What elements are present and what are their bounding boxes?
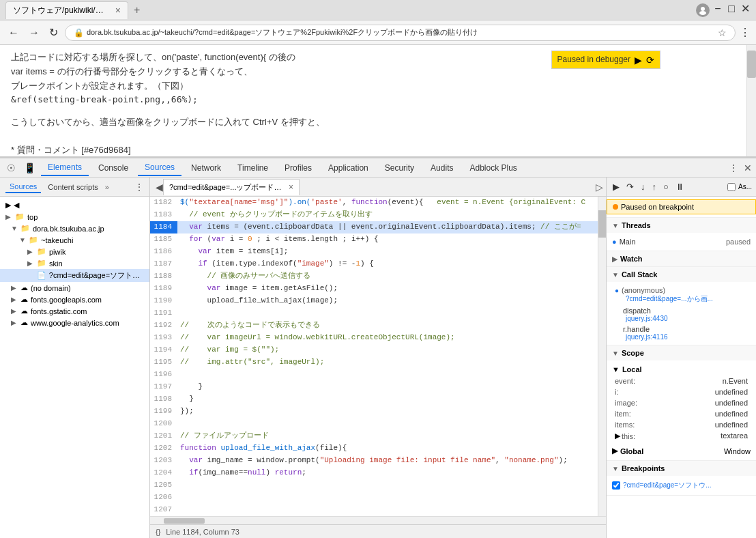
scope-this[interactable]: ▶ this: textarea <box>612 430 751 442</box>
tree-item-file[interactable]: 📄 ?cmd=edit&page=ソフトウ... <box>0 269 149 282</box>
debug-resume-btn[interactable]: ▶ <box>611 180 622 193</box>
code-line-1191: 1191 <box>150 307 598 320</box>
devtools-tab-audits[interactable]: Audits <box>424 160 460 175</box>
var-item-val: undefined <box>715 410 748 418</box>
call-stack-item-dispatch[interactable]: dispatch jquery.js:4430 <box>612 305 751 324</box>
local-scope-header[interactable]: ▼ Local <box>612 363 751 376</box>
code-tab-name: ?cmd=edit&page=...ップボードから画像の貼り付け <box>169 182 286 193</box>
devtools-tab-console[interactable]: Console <box>91 160 135 175</box>
thread-main-row: ● Main paused <box>612 236 751 248</box>
devtools-tab-sources[interactable]: Sources <box>138 160 181 176</box>
close-button[interactable]: ✕ <box>740 3 751 14</box>
back-button[interactable]: ← <box>5 25 22 40</box>
chrome-menu-button[interactable]: ⋮ <box>740 26 751 39</box>
thread-main-name: Main <box>620 238 636 246</box>
devtools-mobile-btn[interactable]: 📱 <box>21 161 38 175</box>
sources-tab-content-scripts[interactable]: Content scripts <box>44 182 102 193</box>
debug-step-into-btn[interactable]: ↓ <box>639 180 648 193</box>
debug-pause-btn[interactable]: ⏸ <box>673 180 686 193</box>
sources-sidebar-menu-btn[interactable]: ⋮ <box>134 182 144 193</box>
devtools-tab-network[interactable]: Network <box>184 160 228 175</box>
devtools-tab-security[interactable]: Security <box>378 160 421 175</box>
tree-arrow-ganalytics: ▶ <box>11 319 18 326</box>
tree-item-gstatic[interactable]: ▶ ☁ fonts.gstatic.com <box>0 305 149 317</box>
debug-step-over-btn[interactable]: ↷ <box>624 180 636 193</box>
code-vertical-scrollbar[interactable] <box>598 197 606 516</box>
tree-item-nodomain[interactable]: ▶ ☁ (no domain) <box>0 282 149 294</box>
tree-item-skin[interactable]: ▶ 📁 skin <box>0 257 149 269</box>
new-tab-button[interactable]: + <box>130 3 144 18</box>
bookmark-button[interactable]: ☆ <box>718 27 727 38</box>
code-line-1196: 1196 <box>150 369 598 381</box>
tree-item-googleapis[interactable]: ▶ ☁ fonts.googleapis.com <box>0 294 149 305</box>
address-bar: ← → ↻ 🔒 dora.bk.tsukuba.ac.jp/~takeuchi/… <box>0 20 756 45</box>
sources-tab-more[interactable]: » <box>105 183 109 191</box>
debugger-resume-btn[interactable]: ▶ <box>635 55 642 66</box>
watch-header[interactable]: ▶ Watch <box>607 251 756 266</box>
code-line-1202: 1202 function upload_file_with_ajax(file… <box>150 442 598 455</box>
code-line-1201: 1201 // ファイルアップロード <box>150 430 598 442</box>
tree-item-google-analytics[interactable]: ▶ ☁ www.google-analytics.com <box>0 317 149 328</box>
code-expand-right-btn[interactable]: ▷ <box>596 182 603 193</box>
scope-item: item: undefined <box>612 408 751 419</box>
file-tree-expand-left[interactable]: ▶ ◀ <box>0 199 149 211</box>
global-scope-header[interactable]: ▶ Global Window <box>612 444 751 457</box>
code-line-1197: 1197 } <box>150 381 598 393</box>
code-tab-close[interactable]: × <box>289 182 293 192</box>
watch-label: Watch <box>620 255 643 263</box>
thread-bullet: ● <box>612 238 617 246</box>
page-scroll-thumb <box>747 51 756 78</box>
tree-item-takeuchi[interactable]: ▼ 📁 ~takeuchi <box>0 234 149 246</box>
debug-deactivate-btn[interactable]: ○ <box>661 180 671 193</box>
tree-arrow-googleapis: ▶ <box>11 296 18 303</box>
browser-tab[interactable]: ソフトウェア/pukiwiki/クリッ × <box>5 1 128 19</box>
debugger-step-btn[interactable]: ⟳ <box>646 55 654 66</box>
devtools-tab-application[interactable]: Application <box>321 160 375 175</box>
debug-step-out-btn[interactable]: ↑ <box>650 180 659 193</box>
devtools-tab-timeline[interactable]: Timeline <box>231 160 275 175</box>
debugger-tooltip: Paused in debugger ▶ ⟳ <box>551 51 660 69</box>
var-items-name: items: <box>615 421 635 429</box>
devtools-close-btn[interactable]: ✕ <box>744 162 752 173</box>
forward-button[interactable]: → <box>26 25 42 40</box>
paused-section: Paused on breakpoint <box>607 197 756 218</box>
debug-async-checkbox[interactable] <box>727 183 736 191</box>
code-tab[interactable]: ?cmd=edit&page=...ップボードから画像の貼り付け × <box>163 179 300 195</box>
breakpoint-checkbox[interactable] <box>612 481 620 490</box>
url-bar[interactable]: 🔒 dora.bk.tsukuba.ac.jp/~takeuchi/?cmd=e… <box>65 25 736 41</box>
tab-close-btn[interactable]: × <box>115 5 121 16</box>
tree-arrow-top: ▶ <box>5 213 12 221</box>
code-line-1192: 1192 // 次のようなコードで表示もできる <box>150 320 598 332</box>
scope-header[interactable]: ▼ Scope <box>607 345 756 360</box>
breakpoints-header[interactable]: ▼ Breakpoints <box>607 461 756 476</box>
code-expand-left-btn[interactable]: ◀ <box>156 182 163 193</box>
tree-item-piwik[interactable]: ▶ 📁 piwik <box>0 246 149 257</box>
devtools-select-btn[interactable]: ☉ <box>4 161 18 175</box>
code-line-1195: 1195 // img.attr("src", imageUrl); <box>150 356 598 369</box>
main-content: 上記コードに対応する場所を探して、on('paste', function(ev… <box>0 45 756 538</box>
tree-item-top[interactable]: ▶ 📁 top <box>0 211 149 223</box>
devtools-tab-elements[interactable]: Elements <box>41 160 89 176</box>
call-stack-header[interactable]: ▼ Call Stack <box>607 267 756 282</box>
devtools-tab-profiles[interactable]: Profiles <box>278 160 319 175</box>
devtools-tab-adblock[interactable]: Adblock Plus <box>463 160 523 175</box>
sources-tab-sources[interactable]: Sources <box>5 181 41 193</box>
tree-item-dora[interactable]: ▼ 📁 dora.bk.tsukuba.ac.jp <box>0 223 149 234</box>
call-stack-item-anonymous[interactable]: ● (anonymous) ?cmd=edit&page=...から画... <box>612 285 751 305</box>
page-scrollbar[interactable] <box>746 45 756 156</box>
refresh-button[interactable]: ↻ <box>46 25 61 40</box>
page-line-5: こうしておいてから、適当な画像をクリップボードに入れて Ctrl+V を押すと、 <box>11 115 745 130</box>
minimize-button[interactable]: − <box>712 3 723 14</box>
code-editor[interactable]: 1182 $("textarea[name='msg']").on('paste… <box>150 197 598 516</box>
scope-arrow: ▼ <box>612 350 619 357</box>
status-bar: {} Line 1184, Column 73 <box>150 524 606 538</box>
threads-header[interactable]: ▼ Threads <box>607 218 756 233</box>
threads-content: ● Main paused <box>607 233 756 251</box>
code-hscroll[interactable] <box>150 516 606 524</box>
devtools-more-btn[interactable]: ⋮ <box>726 161 741 175</box>
restore-button[interactable]: □ <box>726 3 737 14</box>
call-stack-section: ▼ Call Stack ● (anonymous) ?cmd=edit&pag… <box>607 267 756 345</box>
scope-content: ▼ Local event: n.Event i: <box>607 360 756 460</box>
tree-label-nodomain: (no domain) <box>31 284 71 292</box>
call-stack-item-rhandle[interactable]: r.handle jquery.js:4116 <box>612 324 751 342</box>
